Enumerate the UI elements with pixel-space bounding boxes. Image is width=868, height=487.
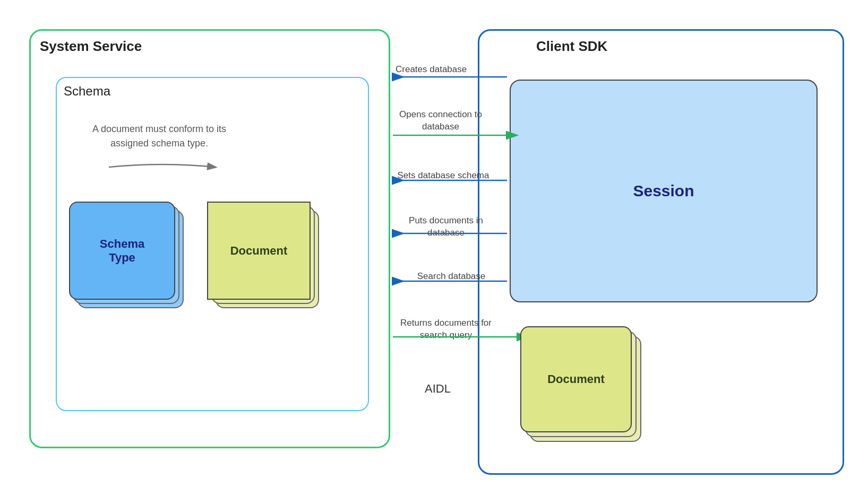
opens-connection-label: Opens connection todatabase <box>388 109 494 133</box>
doc-right-front: Document <box>520 326 632 432</box>
diagram-container: System Service Schema A document must co… <box>0 0 868 487</box>
client-sdk-label: Client SDK <box>536 38 607 55</box>
system-service-label: System Service <box>40 38 142 55</box>
sets-schema-label: Sets database schema <box>388 170 499 182</box>
schema-type-label: SchemaType <box>100 237 144 265</box>
document-stack-left: Document <box>207 202 311 300</box>
schema-type-front-card: SchemaType <box>69 202 175 300</box>
doc-left-front: Document <box>207 202 311 300</box>
returns-documents-label: Returns documents forsearch query <box>382 317 510 342</box>
schema-label: Schema <box>64 84 110 99</box>
session-label: Session <box>633 182 694 200</box>
document-stack-right: Document <box>520 326 632 432</box>
creates-database-label: Creates database <box>396 64 467 76</box>
doc-left-label: Document <box>230 244 288 258</box>
aidl-label: AIDL <box>425 382 451 396</box>
schema-description: A document must conform to its assigned … <box>80 122 239 151</box>
puts-documents-label: Puts documents indatabase <box>390 215 502 239</box>
session-card: Session <box>510 80 818 302</box>
schema-type-stack: SchemaType <box>69 202 175 300</box>
doc-right-label: Document <box>547 372 605 386</box>
search-database-label: Search database <box>401 271 502 283</box>
